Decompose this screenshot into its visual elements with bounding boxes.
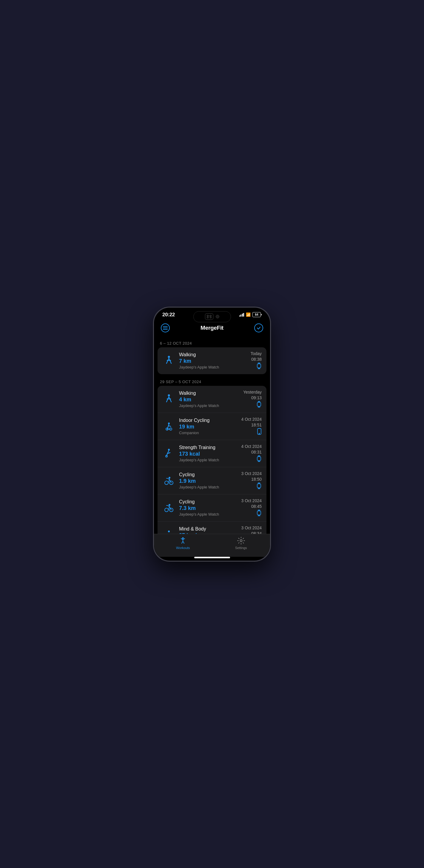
workout-icon xyxy=(162,528,176,534)
workout-type: Walking xyxy=(179,391,243,396)
workout-row[interactable]: Cycling 1.9 km Jaydeep's Apple Watch 3 O… xyxy=(157,467,267,494)
week-label: 29 SEP – 5 OCT 2024 xyxy=(154,375,270,386)
workout-meta: 4 Oct 2024 18:51 xyxy=(241,417,262,436)
battery-level: 64 xyxy=(252,312,261,317)
week-section: 6 – 12 OCT 2024 Walking 7 km Jaydeep's A… xyxy=(154,337,270,374)
workout-date: 3 Oct 2024 xyxy=(241,525,262,530)
battery-icon: 64 xyxy=(252,312,262,317)
workout-info: Walking 4 km Jaydeep's Apple Watch xyxy=(179,391,243,408)
tab-settings-label: Settings xyxy=(235,546,247,550)
svg-rect-1 xyxy=(210,315,211,316)
workout-date: 3 Oct 2024 xyxy=(241,498,262,503)
workout-type: Cycling xyxy=(179,499,241,504)
workout-time: 08:45 xyxy=(251,504,262,509)
workout-value: 1.9 km xyxy=(179,478,241,484)
workout-type: Mind & Body xyxy=(179,526,241,532)
svg-point-15 xyxy=(168,394,170,396)
workout-icon xyxy=(162,501,176,515)
workout-date: 4 Oct 2024 xyxy=(241,417,262,422)
device-icon xyxy=(256,483,262,490)
workout-row[interactable]: Walking 7 km Jaydeep's Apple Watch Today… xyxy=(157,347,267,374)
week-section: 29 SEP – 5 OCT 2024 Walking 4 km Jaydeep… xyxy=(154,375,270,534)
workout-icon xyxy=(162,447,176,460)
workout-type: Walking xyxy=(179,352,251,358)
workout-meta: 4 Oct 2024 08:31 xyxy=(241,444,262,463)
signal-icon xyxy=(239,313,244,317)
svg-rect-2 xyxy=(207,317,208,318)
workout-row[interactable]: Strength Training 173 kcal Jaydeep's App… xyxy=(157,440,267,467)
workout-type: Cycling xyxy=(179,472,241,477)
phone-shell: 20:22 xyxy=(153,307,271,561)
workout-info: Walking 7 km Jaydeep's Apple Watch xyxy=(179,352,251,369)
workout-value: 7.3 km xyxy=(179,505,241,512)
workout-meta: Today 08:38 xyxy=(251,351,262,370)
menu-button[interactable] xyxy=(160,322,171,333)
workout-icon xyxy=(162,354,176,367)
workout-time: 08:38 xyxy=(251,357,262,362)
workout-info: Cycling 7.3 km Jaydeep's Apple Watch xyxy=(179,499,241,517)
device-icon xyxy=(256,401,262,409)
workout-card: Walking 7 km Jaydeep's Apple Watch Today… xyxy=(157,347,267,374)
svg-rect-17 xyxy=(257,402,261,406)
svg-point-35 xyxy=(165,481,168,485)
svg-point-37 xyxy=(169,477,171,478)
settings-tab-icon xyxy=(237,536,245,545)
status-bar: 20:22 xyxy=(154,308,270,319)
workout-icon xyxy=(162,420,176,433)
camera-icon xyxy=(216,315,219,318)
workout-date: Yesterday xyxy=(243,390,262,395)
workout-row[interactable]: Mind & Body 37 kcal Jaydeep's Apple Watc… xyxy=(157,522,267,534)
svg-rect-5 xyxy=(163,326,168,327)
workout-list: 6 – 12 OCT 2024 Walking 7 km Jaydeep's A… xyxy=(154,337,270,534)
svg-rect-30 xyxy=(257,457,261,461)
check-button[interactable] xyxy=(253,322,264,333)
workout-value: 4 km xyxy=(179,397,243,403)
workouts-tab-icon xyxy=(179,536,187,545)
wifi-icon: 📶 xyxy=(246,312,251,317)
device-icon xyxy=(256,363,262,370)
workout-card: Walking 4 km Jaydeep's Apple Watch Yeste… xyxy=(157,386,267,534)
workout-meta: 3 Oct 2024 08:45 xyxy=(241,498,262,518)
svg-point-8 xyxy=(168,356,170,358)
workout-value: 173 kcal xyxy=(179,451,241,457)
face-id-icon xyxy=(205,313,213,320)
workout-time: 09:13 xyxy=(251,395,262,400)
svg-rect-38 xyxy=(257,484,261,488)
workout-row[interactable]: Walking 4 km Jaydeep's Apple Watch Yeste… xyxy=(157,386,267,413)
workout-type: Strength Training xyxy=(179,445,241,450)
home-indicator xyxy=(194,557,230,558)
workout-meta: 3 Oct 2024 18:50 xyxy=(241,471,262,490)
workout-row[interactable]: Indoor Cycling 19 km Companion 4 Oct 202… xyxy=(157,413,267,440)
workout-value: 7 km xyxy=(179,358,251,364)
workout-source: Companion xyxy=(179,431,241,435)
svg-rect-10 xyxy=(257,364,261,368)
app-title: MergeFit xyxy=(201,324,223,331)
workout-date: Today xyxy=(251,351,262,356)
svg-point-51 xyxy=(168,530,170,532)
svg-rect-46 xyxy=(257,511,261,515)
workout-info: Cycling 1.9 km Jaydeep's Apple Watch xyxy=(179,472,241,489)
svg-point-64 xyxy=(240,539,242,541)
workout-info: Mind & Body 37 kcal Jaydeep's Apple Watc… xyxy=(179,526,241,534)
tab-workouts[interactable]: Workouts xyxy=(154,536,212,550)
status-right: 📶 64 xyxy=(239,312,262,317)
svg-rect-3 xyxy=(210,317,211,318)
tab-settings[interactable]: Settings xyxy=(212,536,270,550)
svg-rect-0 xyxy=(207,315,208,316)
svg-rect-6 xyxy=(163,328,168,328)
device-icon xyxy=(256,455,262,463)
workout-icon xyxy=(162,474,176,487)
check-circle-icon xyxy=(254,323,263,332)
svg-point-45 xyxy=(169,504,171,506)
dynamic-island xyxy=(193,311,231,322)
workout-value: 37 kcal xyxy=(179,532,241,534)
device-icon xyxy=(257,428,262,436)
workout-meta: Yesterday 09:13 xyxy=(243,390,262,409)
workout-source: Jaydeep's Apple Watch xyxy=(179,512,241,517)
workout-source: Jaydeep's Apple Watch xyxy=(179,458,241,462)
tab-bar: Workouts Settings xyxy=(154,534,270,557)
svg-point-43 xyxy=(165,508,168,512)
svg-point-27 xyxy=(259,433,260,434)
workout-type: Indoor Cycling xyxy=(179,418,241,423)
workout-row[interactable]: Cycling 7.3 km Jaydeep's Apple Watch 3 O… xyxy=(157,494,267,522)
